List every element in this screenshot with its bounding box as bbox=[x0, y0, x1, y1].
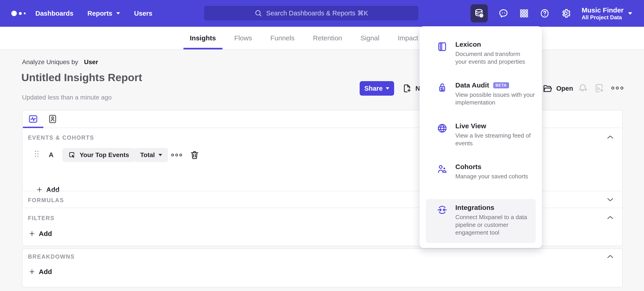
project-switcher[interactable]: Music Finder All Project Data bbox=[582, 6, 632, 21]
alert-bell-button[interactable] bbox=[578, 83, 588, 93]
breakdowns-card: BREAKDOWNS Add bbox=[22, 248, 623, 287]
add-filter-button[interactable]: Add bbox=[29, 230, 52, 238]
share-button[interactable]: Share bbox=[360, 81, 394, 96]
share-label: Share bbox=[364, 85, 383, 92]
nav-users-label: Users bbox=[134, 10, 152, 17]
menu-item-desc: Connect Mixpanel to a data pipeline or c… bbox=[455, 213, 542, 236]
globe-icon bbox=[437, 123, 448, 134]
row-more-options-button[interactable] bbox=[171, 154, 182, 156]
integrations-icon bbox=[437, 204, 448, 215]
menu-item-live-view[interactable]: Live View View a live streaming feed of … bbox=[426, 117, 536, 158]
chart-plus-icon bbox=[594, 83, 604, 93]
plus-icon bbox=[29, 269, 35, 275]
menu-item-desc: Manage your saved cohorts bbox=[455, 172, 542, 180]
topbar-right-controls: Music Finder All Project Data bbox=[470, 0, 644, 27]
row-letter: A bbox=[49, 151, 54, 159]
analyze-row: Analyze Uniques by User bbox=[22, 58, 98, 66]
pulse-chart-icon bbox=[28, 114, 38, 124]
menu-item-title: Data Audit bbox=[455, 81, 489, 89]
open-label: Open bbox=[556, 85, 573, 92]
add-breakdown-button[interactable]: Add bbox=[29, 268, 52, 276]
tab-insights[interactable]: Insights bbox=[190, 27, 216, 49]
apps-grid-button[interactable] bbox=[519, 8, 529, 18]
lock-icon bbox=[437, 82, 448, 93]
expand-chevron-down-icon[interactable] bbox=[607, 197, 614, 202]
collapse-chevron-up-icon[interactable] bbox=[607, 135, 614, 139]
tab-impact[interactable]: Impact bbox=[398, 27, 418, 49]
nav-reports[interactable]: Reports bbox=[88, 10, 120, 17]
beta-badge: BETA bbox=[493, 82, 509, 88]
gear-icon bbox=[560, 8, 571, 19]
dot bbox=[616, 87, 619, 89]
aggregation-value: Total bbox=[140, 151, 155, 159]
logo-dot-small bbox=[24, 12, 26, 14]
search-placeholder: Search Dashboards & Reports ⌘K bbox=[266, 9, 368, 17]
open-report-button[interactable]: Open bbox=[542, 81, 573, 96]
cohorts-icon bbox=[437, 164, 448, 175]
search-input[interactable]: Search Dashboards & Reports ⌘K bbox=[204, 6, 418, 20]
data-audit-icon bbox=[437, 82, 448, 93]
menu-item-data-audit[interactable]: Data Audit BETA View possible issues wit… bbox=[426, 77, 536, 117]
file-plus-icon bbox=[402, 83, 412, 93]
delete-row-button[interactable] bbox=[189, 150, 200, 160]
trash-icon bbox=[189, 150, 200, 160]
nav-dashboards[interactable]: Dashboards bbox=[35, 10, 74, 17]
drag-handle[interactable] bbox=[35, 151, 38, 157]
event-cursor-icon bbox=[68, 151, 76, 159]
more-options-button[interactable] bbox=[611, 87, 623, 89]
bell-plus-icon bbox=[578, 83, 588, 93]
menu-item-texts: Cohorts Manage your saved cohorts bbox=[455, 163, 542, 180]
database-gear-icon bbox=[474, 8, 484, 19]
help-button[interactable] bbox=[540, 8, 550, 18]
aggregation-selector[interactable]: Total bbox=[134, 148, 168, 162]
main-nav: Dashboards Reports Users bbox=[35, 0, 152, 27]
formulas-section-heading: FORMULAS bbox=[28, 197, 64, 204]
menu-item-lexicon[interactable]: Lexicon Document and transform your even… bbox=[426, 36, 536, 77]
tab-signal[interactable]: Signal bbox=[360, 27, 379, 49]
menu-item-integrations[interactable]: Integrations Connect Mixpanel to a data … bbox=[426, 199, 536, 243]
chevron-down-icon bbox=[386, 87, 389, 89]
tab-metrics-view[interactable] bbox=[28, 113, 39, 125]
event-name: Your Top Events bbox=[80, 151, 129, 159]
collapse-chevron-up-icon[interactable] bbox=[607, 215, 614, 220]
tab-funnels[interactable]: Funnels bbox=[270, 27, 294, 49]
data-management-button[interactable] bbox=[470, 4, 488, 22]
project-scope: All Project Data bbox=[582, 14, 624, 21]
menu-item-title: Cohorts bbox=[455, 163, 482, 171]
tab-flows[interactable]: Flows bbox=[234, 27, 252, 49]
menu-item-texts: Data Audit BETA View possible issues wit… bbox=[455, 81, 542, 106]
tab-profiles-view[interactable] bbox=[47, 113, 58, 125]
menu-item-desc: View a live streaming feed of events bbox=[455, 132, 542, 147]
menu-item-desc: View possible issues with your implement… bbox=[455, 91, 542, 106]
profile-card-icon bbox=[48, 114, 58, 124]
settings-button[interactable] bbox=[560, 8, 571, 19]
sync-arrows-icon bbox=[437, 204, 448, 215]
mixpanel-logo[interactable] bbox=[11, 0, 26, 27]
nav-users[interactable]: Users bbox=[134, 10, 152, 17]
event-selector[interactable]: Your Top Events bbox=[62, 148, 134, 162]
nav-dashboards-label: Dashboards bbox=[35, 10, 74, 17]
analyze-entity-selector[interactable]: User bbox=[84, 58, 98, 66]
menu-item-title: Integrations bbox=[455, 204, 494, 212]
folder-open-icon bbox=[542, 83, 552, 93]
collapse-chevron-up-icon[interactable] bbox=[607, 254, 614, 259]
report-tabs: Insights Flows Funnels Retention Signal … bbox=[190, 27, 418, 49]
filters-section-heading: FILTERS bbox=[28, 215, 55, 221]
breakdowns-section: BREAKDOWNS Add bbox=[22, 249, 622, 287]
breakdowns-section-heading: BREAKDOWNS bbox=[28, 253, 75, 260]
lexicon-book-icon bbox=[437, 41, 448, 52]
dot bbox=[179, 154, 182, 156]
dot bbox=[611, 87, 614, 89]
logo-dot-medium bbox=[19, 12, 22, 15]
add-label: Add bbox=[39, 230, 52, 238]
project-info: Music Finder All Project Data bbox=[582, 6, 624, 21]
page-title[interactable]: Untitled Insights Report bbox=[21, 71, 142, 84]
menu-item-texts: Integrations Connect Mixpanel to a data … bbox=[455, 204, 542, 236]
help-icon bbox=[540, 8, 550, 18]
chevron-down-icon bbox=[628, 12, 632, 15]
tab-retention[interactable]: Retention bbox=[313, 27, 342, 49]
add-to-board-button[interactable] bbox=[594, 83, 604, 93]
feedback-chat-button[interactable] bbox=[498, 8, 508, 18]
menu-item-cohorts[interactable]: Cohorts Manage your saved cohorts bbox=[426, 158, 536, 199]
events-section-heading: EVENTS & COHORTS bbox=[28, 134, 94, 141]
